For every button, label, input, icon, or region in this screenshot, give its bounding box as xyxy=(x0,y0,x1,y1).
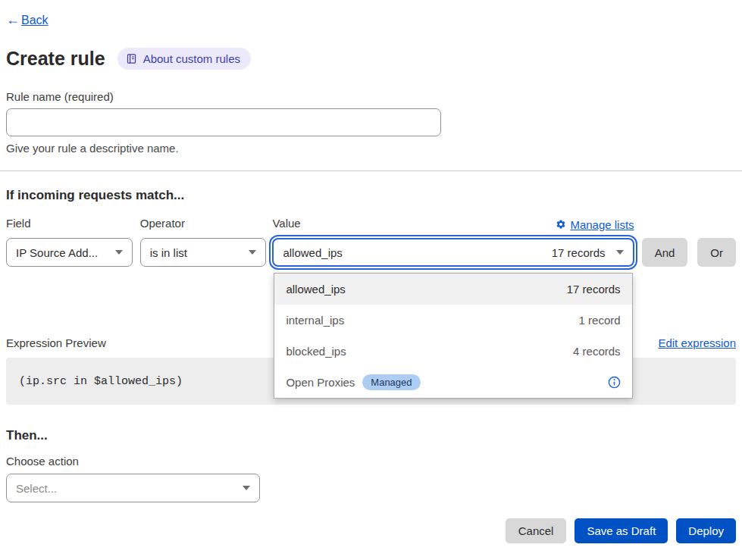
list-option-count: 1 record xyxy=(579,314,621,327)
value-select-name: allowed_ips xyxy=(283,246,342,259)
info-icon[interactable] xyxy=(608,376,621,389)
and-button[interactable]: And xyxy=(642,238,688,267)
about-custom-rules-link[interactable]: About custom rules xyxy=(117,48,251,70)
cancel-button[interactable]: Cancel xyxy=(506,518,567,543)
chevron-down-icon xyxy=(616,250,624,255)
chevron-down-icon xyxy=(115,250,123,255)
about-badge-label: About custom rules xyxy=(143,52,240,65)
edit-expression-link[interactable]: Edit expression xyxy=(658,336,736,349)
list-option-open-proxies[interactable]: Open Proxies Managed xyxy=(274,367,631,398)
expression-code: (ip.src in $allowed_ips) xyxy=(19,375,183,388)
chevron-down-icon xyxy=(249,250,256,255)
field-select-value: IP Source Add... xyxy=(16,246,98,259)
list-option-blocked-ips[interactable]: blocked_ips 4 records xyxy=(274,336,631,367)
manage-lists-link[interactable]: Manage lists xyxy=(556,218,634,231)
create-rule-page: ← Back Create rule About custom rules Ru… xyxy=(0,12,742,543)
list-option-count: 17 records xyxy=(567,283,621,296)
match-section-heading: If incoming requests match... xyxy=(6,188,736,203)
list-option-count: 4 records xyxy=(573,345,621,358)
page-title: Create rule xyxy=(6,48,105,70)
gear-icon xyxy=(556,219,566,230)
list-option-name: internal_ips xyxy=(286,314,344,327)
book-icon xyxy=(126,53,137,64)
back-row: ← Back xyxy=(6,12,736,28)
operator-select-value: is in list xyxy=(150,246,187,259)
title-row: Create rule About custom rules xyxy=(6,48,736,70)
chevron-down-icon xyxy=(243,486,250,490)
value-select-count: 17 records xyxy=(552,246,606,259)
arrow-left-icon: ← xyxy=(6,12,20,28)
value-label: Value xyxy=(272,217,300,232)
rule-name-label: Rule name (required) xyxy=(6,90,736,103)
field-select[interactable]: IP Source Add... xyxy=(6,238,133,267)
then-section-heading: Then... xyxy=(6,428,736,443)
expression-preview-label: Expression Preview xyxy=(6,336,106,349)
rule-name-input[interactable] xyxy=(6,108,441,136)
list-dropdown: allowed_ips 17 records internal_ips 1 re… xyxy=(274,273,632,399)
action-select[interactable]: Select... xyxy=(6,474,260,502)
condition-builder-row: Field IP Source Add... Operator is in li… xyxy=(6,217,736,267)
list-option-name: blocked_ips xyxy=(286,345,346,358)
manage-lists-label[interactable]: Manage lists xyxy=(570,218,634,231)
list-option-allowed-ips[interactable]: allowed_ips 17 records xyxy=(274,274,631,305)
list-option-name: allowed_ips xyxy=(286,283,345,296)
list-option-name: Open Proxies xyxy=(286,376,355,389)
footer-actions: Cancel Save as Draft Deploy xyxy=(6,518,736,543)
managed-badge: Managed xyxy=(362,374,420,390)
choose-action-label: Choose action xyxy=(6,455,736,468)
save-as-draft-button[interactable]: Save as Draft xyxy=(575,518,668,543)
value-select[interactable]: allowed_ips 17 records xyxy=(272,238,634,267)
section-divider xyxy=(0,171,742,171)
operator-label: Operator xyxy=(140,217,267,232)
deploy-button[interactable]: Deploy xyxy=(676,518,736,543)
action-select-placeholder: Select... xyxy=(16,482,57,495)
or-button[interactable]: Or xyxy=(697,238,736,267)
rule-name-helper: Give your rule a descriptive name. xyxy=(6,142,736,155)
field-label: Field xyxy=(6,217,133,232)
back-link[interactable]: Back xyxy=(21,14,49,27)
list-option-internal-ips[interactable]: internal_ips 1 record xyxy=(274,305,631,336)
operator-select[interactable]: is in list xyxy=(140,238,267,267)
